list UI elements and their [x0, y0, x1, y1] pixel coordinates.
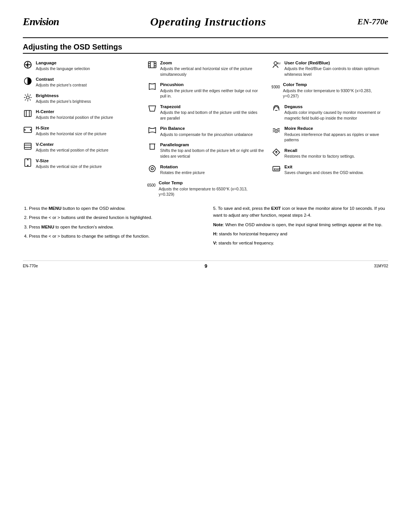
page-footer: EN-770e 9 31MY02 [23, 260, 388, 269]
v-center-text: V-Center Adjusts the vertical position o… [36, 141, 108, 153]
pincushion-icon [147, 81, 157, 91]
list-item: Parallelogram Shifts the top and bottom … [147, 142, 264, 159]
zoom-icon [147, 60, 157, 70]
list-item: Press the < or > buttons to change the s… [29, 233, 198, 240]
h-size-icon [23, 125, 33, 135]
9300-color-temp-prefix: 9300 [271, 82, 280, 92]
footer-left: EN-770e [23, 264, 38, 268]
rotation-text: Rotation Rotates the entire picture [160, 164, 205, 176]
instructions-section: Press the MENU button to open the OSD wi… [23, 205, 388, 249]
svg-rect-14 [24, 110, 31, 117]
contrast-text: Contrast Adjusts the picture's contrast [36, 76, 87, 88]
page-title: Operating Instructions [59, 15, 358, 28]
degauss-icon [271, 104, 281, 113]
list-item: Brightness Adjusts the picture's brightn… [23, 93, 140, 104]
osd-settings-grid: i Language Adjusts the language selectio… [23, 60, 388, 197]
list-item: Press the < or > buttons until the desir… [29, 214, 198, 221]
exit-icon: EXIT [271, 164, 281, 174]
list-item: Contrast Adjusts the picture's contrast [23, 76, 140, 88]
page-header: Envision Operating Instructions EN-770e [23, 15, 388, 30]
degauss-text: Degauss Adjusts color impurity caused by… [284, 104, 388, 121]
list-item: Moire Reduce Reduces interference that a… [271, 125, 388, 142]
svg-line-13 [25, 99, 26, 100]
list-item: Press MENU to open the function's window… [29, 224, 198, 230]
brightness-icon [23, 93, 33, 102]
recall-text: Recall Restores the monitor to factory s… [284, 147, 355, 159]
v-size-icon [23, 158, 33, 168]
6500-color-temp-prefix: 6500 [147, 181, 156, 190]
list-item: Zoom Adjusts the vertical and horizontal… [147, 60, 264, 77]
svg-point-5 [26, 96, 29, 99]
list-item: Trapezoid Adjusts the top and bottom of … [147, 104, 264, 121]
list-item: Pin Balance Adjusts to compensate for th… [147, 125, 264, 137]
h-size-text: H-Size Adjusts the horizontal size of th… [36, 125, 107, 137]
instructions-right: 5. To save and exit, press the EXIT icon… [213, 205, 388, 249]
language-text: Language Adjusts the language selection [36, 60, 90, 72]
osd-col-2: Zoom Adjusts the vertical and horizontal… [147, 60, 264, 197]
user-color-icon: R/B [271, 60, 281, 70]
parallelogram-icon [147, 142, 157, 152]
v-size-text: V-Size Adjusts the vertical size of the … [36, 158, 102, 169]
v-center-icon [23, 141, 33, 151]
list-item: Degauss Adjusts color impurity caused by… [271, 104, 388, 121]
osd-col-3: R/B User Color (Red/Blue) Adjusts the Re… [271, 60, 388, 197]
list-item: V-Center Adjusts the vertical position o… [23, 141, 140, 153]
svg-text:EXIT: EXIT [274, 168, 280, 171]
model-number: EN-770e [357, 17, 388, 27]
header-divider [23, 37, 388, 38]
9300-color-temp-text: Color Temp Adjusts the color temperature… [283, 81, 388, 99]
list-item: EXIT Exit Saves changes and closes the O… [271, 164, 388, 176]
svg-point-41 [149, 166, 155, 172]
parallelogram-text: Parallelogram Shifts the top and bottom … [160, 142, 264, 159]
moire-reduce-text: Moire Reduce Reduces interference that a… [284, 125, 388, 142]
pincushion-text: Pincushion Adjusts the picture until the… [160, 81, 264, 99]
section-heading: Adjusting the OSD Settings [23, 43, 388, 54]
list-item: H-Center Adjusts the horizontal position… [23, 109, 140, 120]
contrast-icon [23, 76, 33, 86]
trapezoid-icon [147, 104, 157, 113]
list-item: 9300 Color Temp Adjusts the color temper… [271, 81, 388, 99]
list-item: i Language Adjusts the language selectio… [23, 60, 140, 72]
list-item: H-Size Adjusts the horizontal size of th… [23, 125, 140, 137]
exit-text: Exit Saves changes and closes the OSD wi… [284, 164, 363, 176]
svg-marker-37 [149, 106, 156, 111]
list-item: Press the MENU button to open the OSD wi… [29, 205, 198, 212]
osd-col-1: i Language Adjusts the language selectio… [23, 60, 140, 197]
list-item: Rotation Rotates the entire picture [147, 164, 264, 176]
rotation-icon [147, 164, 157, 174]
svg-point-43 [274, 62, 277, 65]
svg-line-12 [30, 94, 30, 95]
step5-text: 5. To save and exit, press the EXIT icon… [213, 205, 388, 219]
pin-balance-icon [147, 125, 157, 135]
svg-line-10 [25, 94, 26, 95]
list-item: V-Size Adjusts the vertical size of the … [23, 158, 140, 169]
instructions-left: Press the MENU button to open the OSD wi… [23, 205, 198, 249]
svg-rect-30 [148, 62, 156, 68]
page-number: 9 [204, 263, 207, 269]
svg-rect-22 [24, 143, 31, 149]
6500-color-temp-text: Color Temp Adjusts the color temperature… [159, 180, 264, 197]
list-item: Recall Restores the monitor to factory s… [271, 147, 388, 159]
list-item: 6500 Color Temp Adjusts the color temper… [147, 180, 264, 197]
moire-reduce-icon [271, 125, 281, 135]
footer-right: 31MY02 [374, 264, 388, 268]
brightness-text: Brightness Adjusts the picture's brightn… [36, 93, 91, 104]
list-item: Pincushion Adjusts the picture until the… [147, 81, 264, 99]
instructions-list: Press the MENU button to open the OSD wi… [23, 205, 198, 240]
v-note-text: V: stands for vertical frequency. [213, 240, 388, 246]
h-center-icon [23, 109, 33, 118]
zoom-text: Zoom Adjusts the vertical and horizontal… [160, 60, 264, 77]
h-center-text: H-Center Adjusts the horizontal position… [36, 109, 113, 120]
list-item: R/B User Color (Red/Blue) Adjusts the Re… [271, 60, 388, 77]
svg-marker-38 [150, 144, 155, 149]
svg-point-42 [151, 168, 153, 170]
svg-line-11 [30, 99, 30, 100]
pin-balance-text: Pin Balance Adjusts to compensate for th… [160, 125, 253, 137]
user-color-text: User Color (Red/Blue) Adjusts the Red/Bl… [284, 60, 388, 77]
brand-logo: Envision [23, 16, 59, 28]
svg-text:R/B: R/B [277, 62, 280, 65]
h-note-text: H: stands for horizontal frequency and [213, 230, 388, 237]
recall-icon [271, 147, 281, 157]
language-icon: i [23, 60, 33, 70]
trapezoid-text: Trapezoid Adjusts the top and bottom of … [160, 104, 264, 121]
